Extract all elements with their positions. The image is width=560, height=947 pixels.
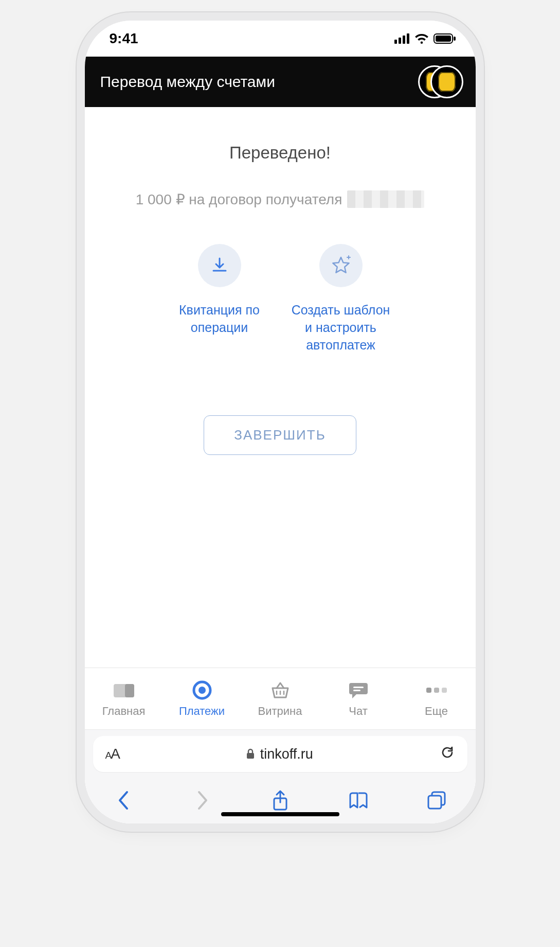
svg-rect-16 xyxy=(247,753,254,759)
svg-rect-5 xyxy=(436,36,451,42)
phone-mockup: 9:41 Перевод между счетами Переведено! 1… xyxy=(85,21,476,823)
template-label: Создать шаблон и настроить автоплатеж xyxy=(290,302,392,354)
svg-rect-14 xyxy=(434,688,439,693)
template-action[interactable]: Создать шаблон и настроить автоплатеж xyxy=(290,244,392,354)
app-header: Перевод между счетами xyxy=(85,57,476,107)
nav-showcase[interactable]: Витрина xyxy=(241,668,319,729)
wifi-icon xyxy=(414,33,429,44)
nav-chat-label: Чат xyxy=(349,705,368,718)
status-time: 9:41 xyxy=(110,30,138,47)
lock-icon xyxy=(246,748,255,760)
svg-rect-0 xyxy=(394,40,397,44)
nav-home[interactable]: Главная xyxy=(85,668,163,729)
app-bottom-nav: Главная Платежи Витрина Чат xyxy=(85,668,476,729)
star-plus-icon xyxy=(319,244,363,287)
main-content: Переведено! 1 000 ₽ на договор получател… xyxy=(85,107,476,668)
nav-chat[interactable]: Чат xyxy=(319,668,398,729)
url-text: tinkoff.ru xyxy=(260,746,313,762)
text-size-button[interactable]: AA xyxy=(105,746,119,762)
home-icon xyxy=(113,680,135,700)
browser-url-bar-area: AA tinkoff.ru xyxy=(85,729,476,777)
nav-more[interactable]: Еще xyxy=(398,668,476,729)
success-title: Переведено! xyxy=(229,143,331,163)
browser-bookmarks-button[interactable] xyxy=(346,787,371,813)
status-icons xyxy=(394,33,456,44)
svg-rect-11 xyxy=(353,687,364,688)
url-bar[interactable]: AA tinkoff.ru xyxy=(93,736,467,772)
subtitle-text: 1 000 ₽ на договор получателя xyxy=(136,191,342,208)
chat-icon xyxy=(347,680,370,700)
nav-home-label: Главная xyxy=(102,705,146,718)
success-subtitle: 1 000 ₽ на договор получателя xyxy=(120,190,440,208)
url-address: tinkoff.ru xyxy=(246,746,313,762)
redacted-recipient xyxy=(347,190,424,208)
svg-rect-6 xyxy=(454,37,456,41)
browser-back-button[interactable] xyxy=(111,787,137,813)
nav-showcase-label: Витрина xyxy=(258,705,302,718)
home-indicator[interactable] xyxy=(221,812,339,816)
receipt-label: Квитанция по операции xyxy=(168,302,271,337)
nav-payments-label: Платежи xyxy=(179,705,225,718)
browser-forward-button[interactable] xyxy=(189,787,215,813)
account-icons xyxy=(418,65,463,98)
svg-rect-3 xyxy=(407,33,409,44)
svg-rect-19 xyxy=(428,796,441,809)
svg-point-10 xyxy=(198,687,206,694)
browser-share-button[interactable] xyxy=(267,787,293,813)
header-title: Перевод между счетами xyxy=(100,73,275,91)
cellular-icon xyxy=(394,33,410,44)
browser-tabs-button[interactable] xyxy=(424,787,449,813)
finish-button[interactable]: ЗАВЕРШИТЬ xyxy=(204,415,356,455)
reload-button[interactable] xyxy=(440,745,455,764)
nav-more-label: Еще xyxy=(425,705,448,718)
svg-rect-15 xyxy=(442,688,447,693)
svg-rect-1 xyxy=(399,38,401,44)
nav-payments[interactable]: Платежи xyxy=(163,668,241,729)
status-bar: 9:41 xyxy=(85,21,476,57)
svg-rect-13 xyxy=(426,688,431,693)
svg-rect-8 xyxy=(125,684,134,697)
basket-icon xyxy=(269,680,292,700)
payments-icon xyxy=(191,680,213,700)
more-icon xyxy=(425,680,448,700)
svg-rect-2 xyxy=(403,36,405,44)
svg-rect-12 xyxy=(353,690,360,691)
battery-icon xyxy=(433,33,456,44)
browser-toolbar xyxy=(85,777,476,823)
action-row: Квитанция по операции Создать шаблон и н… xyxy=(168,244,392,354)
receipt-action[interactable]: Квитанция по операции xyxy=(168,244,271,354)
download-icon xyxy=(198,244,241,287)
account-coin-icon xyxy=(430,65,463,98)
